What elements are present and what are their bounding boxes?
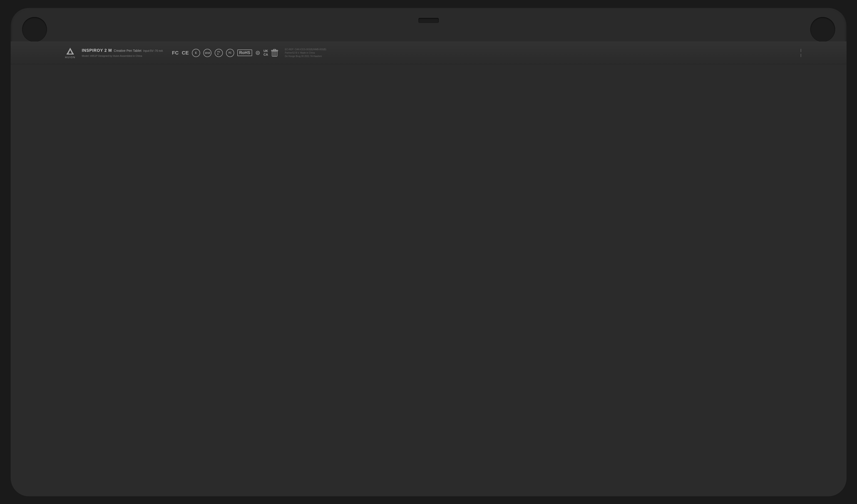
svg-rect-1 <box>67 54 74 54</box>
weee-cert <box>271 49 278 57</box>
compliance-text: EC-REP: CAN ICES-003(B)/NMB-003(B) Partn… <box>285 48 326 58</box>
fc-cert: FC <box>172 50 179 55</box>
mark-line-2 <box>801 54 801 57</box>
huion-logo: HUION <box>65 47 75 58</box>
e-mark-cert: E <box>192 49 200 57</box>
slot-top <box>418 18 439 23</box>
right-edge-marks <box>801 49 801 57</box>
compliance-line2: Partner52 B.V. Made in China <box>285 51 326 54</box>
rubber-foot-top-left <box>22 17 47 42</box>
product-type: Creative Pen Tablet <box>114 49 141 52</box>
rubber-foot-top-right <box>810 17 835 42</box>
tablet-back: HUION INSPIROY 2 M Creative Pen Tablet I… <box>11 8 846 496</box>
ce-cert: CE <box>182 50 189 55</box>
svg-marker-0 <box>67 48 73 54</box>
tablet-surface <box>11 64 846 496</box>
compliance-line3: De Hooge Brug 30 2031 7A Haarlem <box>285 54 326 58</box>
model-line: Model: H951P Designed by Huion Assembled… <box>82 54 142 57</box>
svg-rect-7 <box>273 49 276 50</box>
mark-line-1 <box>801 49 801 52</box>
compliance-line1: EC-REP: CAN ICES-003(B)/NMB-003(B) <box>285 48 326 51</box>
product-name: INSPIROY 2 M <box>82 48 112 53</box>
rohs-cert: RoHS <box>237 50 252 56</box>
fc-taiwan-cert: FC <box>226 49 234 57</box>
recycling-symbol: ⊜ <box>255 49 260 56</box>
pse-cert: PSE <box>215 49 223 57</box>
brand-text: HUION <box>65 56 75 58</box>
product-info: INSPIROY 2 M Creative Pen Tablet Input:5… <box>82 48 163 58</box>
certifications: FC CE E 1010 PSE FC <box>172 49 278 57</box>
uk-ca-cert: UK CA <box>264 49 268 56</box>
input-spec: Input:5V⎓70 mA <box>143 49 163 52</box>
label-strip: HUION INSPIROY 2 M Creative Pen Tablet I… <box>11 41 846 64</box>
ten-year-cert: 1010 <box>203 49 212 57</box>
